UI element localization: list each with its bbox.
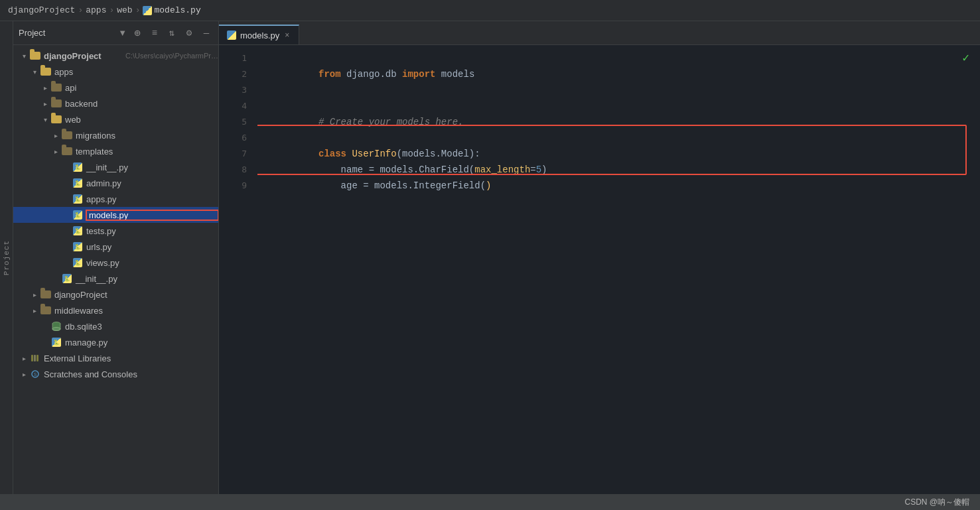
token-parens: ) xyxy=(486,180,491,191)
token-import: import xyxy=(402,69,435,80)
tree-item-web[interactable]: ▾ web xyxy=(13,111,218,127)
folder-open-icon-apps xyxy=(40,66,52,78)
line-num-5: 5 xyxy=(224,114,257,130)
token-5: 5 xyxy=(536,164,541,175)
svg-rect-2 xyxy=(31,355,33,361)
tree-arrow-djangoproject-inner: ▸ xyxy=(29,291,40,298)
title-bar: djangoProject › apps › web › models.py xyxy=(0,0,980,21)
code-line-6: class UserInfo(models.Model): xyxy=(263,130,980,146)
tab-models-py[interactable]: models.py × xyxy=(219,25,299,44)
line-num-3: 3 xyxy=(224,82,257,98)
tree-label-backend: backend xyxy=(65,99,218,109)
token-from: from xyxy=(318,69,341,80)
tree-item-api[interactable]: ▸ api xyxy=(13,80,218,96)
tab-close-button[interactable]: × xyxy=(283,31,291,40)
line-num-8: 8 xyxy=(224,162,257,178)
project-dropdown-arrow: ▼ xyxy=(118,28,127,38)
sidebar-title: Project xyxy=(19,28,114,38)
svg-rect-4 xyxy=(36,355,38,361)
line-num-2: 2 xyxy=(224,66,257,82)
svg-rect-3 xyxy=(34,355,36,361)
tree-item-templates[interactable]: ▸ templates xyxy=(13,143,218,159)
tree-item-tests-py[interactable]: ▸ 🐍 tests.py xyxy=(13,223,218,239)
tab-bar: models.py × xyxy=(219,21,980,45)
tree-item-urls-py[interactable]: ▸ 🐍 urls.py xyxy=(13,239,218,255)
tree-item-migrations[interactable]: ▸ migrations xyxy=(13,127,218,143)
tree-item-apps-py[interactable]: ▸ 🐍 apps.py xyxy=(13,191,218,207)
tree-arrow-backend: ▸ xyxy=(40,100,50,107)
python-icon-admin: 🐍 xyxy=(72,177,84,189)
checkmark-icon: ✓ xyxy=(962,50,969,65)
tree-label-middlewares: middlewares xyxy=(54,306,218,316)
status-bar: CSDN @呐～傻帽 xyxy=(0,494,980,510)
tree-label-scratches: Scratches and Consoles xyxy=(44,369,218,379)
sidebar: Project ▼ ⊕ ≡ ⇅ ⚙ — ▾ djangoProject C:\U… xyxy=(13,21,219,494)
svg-point-1 xyxy=(52,328,60,331)
tree-item-views-py[interactable]: ▸ 🐍 views.py xyxy=(13,255,218,271)
token-comment: # Create your models here. xyxy=(318,117,463,127)
token-max-length: max_length xyxy=(474,164,530,175)
code-line-1: from django.db import models xyxy=(263,50,980,66)
python-icon-urls-py: 🐍 xyxy=(72,241,84,253)
token-models: models xyxy=(435,69,474,80)
breadcrumb-web[interactable]: web xyxy=(117,5,132,15)
tree-label-web: web xyxy=(65,115,218,125)
python-icon-tests-py: 🐍 xyxy=(72,225,84,237)
tree-arrow-api: ▸ xyxy=(40,84,50,92)
breadcrumb-apps[interactable]: apps xyxy=(86,5,106,15)
tree-item-middlewares[interactable]: ▸ middlewares xyxy=(13,302,218,318)
token-indent-name: name = models.CharField( xyxy=(318,164,474,175)
code-area[interactable]: from django.db import models # Create yo… xyxy=(257,45,980,494)
breadcrumb-file: models.py xyxy=(143,5,200,15)
token-userinfo: UserInfo xyxy=(352,149,396,159)
editor-content[interactable]: 1 2 3 4 5 6 7 8 9 from django.db import … xyxy=(219,45,980,494)
tree-item-apps[interactable]: ▾ apps xyxy=(13,64,218,80)
tree-label-manage-py: manage.py xyxy=(65,338,218,348)
tree-arrow-migrations: ▸ xyxy=(50,132,61,139)
tree-item-models-py[interactable]: ▸ 🐍 models.py xyxy=(13,207,218,223)
tree-arrow-ext-libs: ▸ xyxy=(19,355,29,362)
token-eq: = xyxy=(530,164,535,175)
python-icon-init-web: 🐍 xyxy=(72,161,84,173)
tree-label-tests-py: tests.py xyxy=(86,226,218,236)
tree-item-external-libs[interactable]: ▸ External Libraries xyxy=(13,350,218,366)
tree-arrow-scratches: ▸ xyxy=(19,371,29,378)
python-icon-models-py: 🐍 xyxy=(72,209,84,221)
settings-button[interactable]: ⚙ xyxy=(182,27,196,40)
tree-label-migrations: migrations xyxy=(76,131,218,141)
sort-button[interactable]: ⇅ xyxy=(165,27,178,40)
python-file-icon xyxy=(143,6,152,15)
tree-item-init-apps[interactable]: ▸ 🐍 __init__.py xyxy=(13,271,218,287)
locate-file-button[interactable]: ⊕ xyxy=(131,27,144,40)
token-close-paren: ) xyxy=(541,164,547,175)
tree-label-models-py: models.py xyxy=(86,210,218,220)
tree-item-admin[interactable]: ▸ 🐍 admin.py xyxy=(13,175,218,191)
breadcrumb-djangoProject[interactable]: djangoProject xyxy=(8,5,75,15)
folder-icon-templates xyxy=(61,145,73,157)
tree-label-admin: admin.py xyxy=(86,178,218,188)
python-icon-apps-py: 🐍 xyxy=(72,193,84,205)
token-class: class xyxy=(318,149,346,159)
tree-label-init-web: __init__.py xyxy=(86,162,218,172)
tree-label-init-apps: __init__.py xyxy=(76,274,218,284)
collapse-all-button[interactable]: ≡ xyxy=(148,27,161,40)
tree-label-views-py: views.py xyxy=(86,258,218,268)
tree-item-init-web[interactable]: ▸ 🐍 __init__.py xyxy=(13,159,218,175)
tree-item-backend[interactable]: ▸ backend xyxy=(13,96,218,111)
tree-arrow-root: ▾ xyxy=(19,52,29,60)
breadcrumb-sep-1: › xyxy=(78,5,83,15)
tree-item-djangoproject-root[interactable]: ▾ djangoProject C:\Users\caiyo\PycharmPr… xyxy=(13,48,218,64)
folder-open-icon-root xyxy=(29,50,41,62)
tree-item-db-sqlite3[interactable]: ▸ db.sqlite3 xyxy=(13,318,218,334)
sidebar-header: Project ▼ ⊕ ≡ ⇅ ⚙ — xyxy=(13,21,218,45)
tree-item-manage-py[interactable]: ▸ 🐍 manage.py xyxy=(13,334,218,350)
line-num-9: 9 xyxy=(224,178,257,194)
token-inherit: (models.Model): xyxy=(397,149,480,159)
python-icon-init-apps: 🐍 xyxy=(61,273,73,285)
tree-item-scratches[interactable]: ▸ S Scratches and Consoles xyxy=(13,366,218,382)
line-num-1: 1 xyxy=(224,50,257,66)
tab-python-icon xyxy=(227,31,236,40)
folder-icon-api xyxy=(50,82,62,94)
tree-item-djangoproject-inner[interactable]: ▸ djangoProject xyxy=(13,287,218,302)
minimize-button[interactable]: — xyxy=(200,27,213,40)
